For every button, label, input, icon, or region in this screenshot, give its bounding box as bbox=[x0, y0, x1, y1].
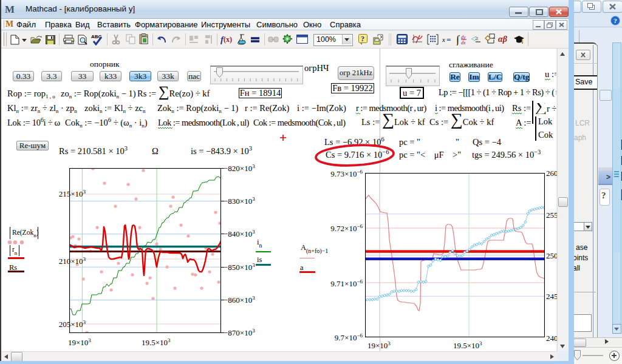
svg-text:(x): (x) bbox=[224, 35, 232, 44]
svg-text:=: = bbox=[446, 35, 451, 44]
svg-text:∫: ∫ bbox=[456, 33, 460, 46]
svg-text:≥: ≥ bbox=[475, 35, 479, 41]
svg-text:dx: dx bbox=[461, 40, 466, 46]
svg-text:αβ: αβ bbox=[498, 35, 508, 44]
svg-text:?: ? bbox=[361, 35, 364, 43]
svg-text:x: x bbox=[442, 36, 445, 43]
